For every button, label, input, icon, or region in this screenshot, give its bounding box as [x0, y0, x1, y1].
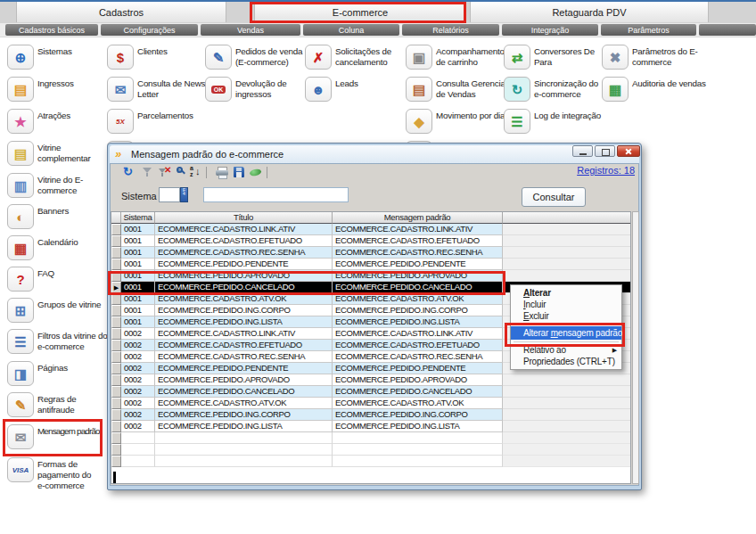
- table-row[interactable]: 0002ECOMMERCE.PEDIDO.CANCELADOECOMMERCE.…: [111, 386, 630, 398]
- table-row[interactable]: 0001ECOMMERCE.PEDIDO.PENDENTEECOMMERCE.P…: [111, 259, 630, 270]
- row-selector[interactable]: [111, 374, 121, 386]
- dialog-title-bar[interactable]: » Mensagem padrão do e-commerce: [110, 145, 639, 163]
- table-cell: [155, 444, 333, 456]
- menu-button-integra-o[interactable]: Integração: [502, 24, 598, 36]
- minimize-button[interactable]: [572, 145, 593, 157]
- launcher-regras-de-antifraude[interactable]: ✎Regras de antifraude: [7, 392, 119, 423]
- table-cell: [121, 432, 155, 444]
- sistema-filter-input[interactable]: [203, 187, 349, 202]
- context-menu-item-excluir[interactable]: Excluir: [511, 310, 621, 322]
- close-button[interactable]: [617, 145, 640, 157]
- menu-button-cadastros-b-sicos[interactable]: Cadastros básicos: [5, 24, 98, 36]
- row-selector[interactable]: [111, 235, 121, 247]
- row-selector[interactable]: [111, 316, 121, 328]
- launcher-calendario[interactable]: ▦Calendário: [7, 235, 119, 266]
- launcher-formas-de-pagamento[interactable]: VISAFormas de pagamento do e-commerce: [7, 457, 119, 488]
- launcher-atracoes[interactable]: ★Atrações: [7, 109, 119, 139]
- search-icon[interactable]: p: [175, 166, 189, 179]
- launcher-auditoria-de-vendas[interactable]: ▦Auditoria de vendas: [602, 77, 714, 107]
- launcher-filtros-da-vitrine[interactable]: ☰Filtros da vitrine do e-commerce: [7, 329, 119, 359]
- launcher-devolucao-de-ingressos[interactable]: OKDevolução de ingressos: [205, 77, 317, 107]
- launcher-parametros-ecommerce[interactable]: ✖Parâmetros do E-commerce: [602, 45, 714, 75]
- menu-button-par-metros[interactable]: Parâmetros: [601, 24, 696, 36]
- acompanhamento-carrinho-icon: ▣: [406, 45, 432, 70]
- maximize-button[interactable]: [595, 145, 615, 157]
- sistema-lookup-button[interactable]: F4: [180, 187, 188, 202]
- launcher-grupos-de-vitrine[interactable]: ⊞Grupos de vitrine: [7, 298, 119, 328]
- launcher-label: Consulta Gerencial de Vendas: [436, 78, 514, 100]
- row-selector[interactable]: [111, 444, 121, 456]
- menu-button-relat-rios[interactable]: Relatórios: [402, 24, 499, 36]
- launcher-faq[interactable]: ?FAQ: [7, 267, 119, 297]
- table-row[interactable]: 0002ECOMMERCE.PEDIDO.ING.LISTAECOMMERCE.…: [111, 421, 630, 432]
- row-selector[interactable]: [111, 259, 121, 270]
- row-selector[interactable]: [111, 351, 121, 363]
- launcher-banners[interactable]: ◐Banners: [7, 204, 119, 234]
- row-selector[interactable]: [111, 398, 121, 409]
- tab-cadastros[interactable]: Cadastros: [16, 2, 226, 22]
- launcher-vitrine-do-ecommerce[interactable]: ▥Vitrine do E-commerce: [7, 173, 119, 203]
- launcher-consulta-gerencial[interactable]: ▤Consulta Gerencial de Vendas: [406, 77, 518, 107]
- window-buttons: [572, 144, 640, 157]
- table-row[interactable]: 0001ECOMMERCE.CADASTRO.LINK.ATIVECOMMERC…: [111, 224, 630, 235]
- table-row[interactable]: 0001ECOMMERCE.CADASTRO.REC.SENHAECOMMERC…: [111, 247, 630, 259]
- context-menu-item-alterar[interactable]: Alterar: [511, 287, 621, 299]
- row-selector[interactable]: [111, 305, 121, 316]
- table-header-selector: [111, 212, 121, 224]
- clear-filter-icon[interactable]: ✕: [158, 166, 172, 179]
- launcher-consulta-news-letter[interactable]: ✉Consulta de News Letter: [107, 77, 219, 107]
- refresh-icon[interactable]: ↻: [123, 166, 137, 179]
- launcher-log-de-integracao[interactable]: ☰Log de integração: [504, 109, 616, 139]
- table-cell: 0001: [121, 316, 155, 328]
- row-selector[interactable]: [111, 409, 121, 421]
- context-menu-item-incluir[interactable]: Incluir: [511, 299, 621, 310]
- save-icon[interactable]: [232, 166, 246, 179]
- launcher-ingressos[interactable]: ▤Ingressos: [7, 77, 119, 107]
- table-row[interactable]: 0002ECOMMERCE.PEDIDO.APROVADOECOMMERCE.P…: [111, 374, 630, 386]
- consultar-button[interactable]: Consultar: [522, 187, 586, 207]
- table-cell-empty: [503, 270, 630, 282]
- launcher-conversores-de-para[interactable]: ⇄Conversores De Para: [504, 45, 616, 75]
- registros-link[interactable]: Registros: 18: [577, 165, 635, 176]
- filter-icon[interactable]: [141, 166, 155, 179]
- menu-button-vendas[interactable]: Vendas: [201, 24, 300, 36]
- row-selector[interactable]: [111, 340, 121, 351]
- menu-button-coluna[interactable]: Coluna: [303, 24, 399, 36]
- table-row[interactable]: 0002ECOMMERCE.PEDIDO.ING.CORPOECOMMERCE.…: [111, 409, 630, 421]
- menu-button-configura-es[interactable]: Configurações: [101, 24, 198, 36]
- menu-button-filler[interactable]: [699, 24, 756, 36]
- launcher-movimento-por-dia[interactable]: ◆Movimento por dia: [406, 109, 518, 139]
- export-icon[interactable]: [249, 166, 263, 179]
- row-selector[interactable]: [111, 363, 121, 374]
- sistema-input[interactable]: [159, 187, 180, 202]
- table-row[interactable]: 0002ECOMMERCE.CADASTRO.ATV.OKECOMMERCE.C…: [111, 398, 630, 409]
- launcher-pedidos-de-venda[interactable]: ✎Pedidos de venda (E-commerce): [205, 45, 317, 75]
- row-selector[interactable]: [111, 224, 121, 235]
- context-menu-item-propriedades-ctrl-t[interactable]: Propriedades (CTRL+T): [511, 356, 621, 367]
- launcher-sistemas[interactable]: ⊕Sistemas: [7, 45, 119, 75]
- print-icon[interactable]: [215, 166, 229, 179]
- launcher-parcelamentos[interactable]: 5XParcelamentos: [107, 109, 219, 139]
- table-row[interactable]: 0001ECOMMERCE.CADASTRO.EFETUADOECOMMERCE…: [111, 235, 630, 247]
- table-cell: ECOMMERCE.PEDIDO.APROVADO: [155, 374, 333, 386]
- launcher-paginas[interactable]: ◨Páginas: [7, 361, 119, 391]
- sort-icon[interactable]: az↓: [190, 166, 204, 179]
- table-cell: ECOMMERCE.CADASTRO.EFETUADO: [155, 340, 333, 351]
- launcher-clientes[interactable]: $Clientes: [107, 45, 219, 75]
- table-cell: ECOMMERCE.PEDIDO.ING.CORPO: [333, 305, 503, 316]
- row-selector[interactable]: [111, 421, 121, 432]
- row-selector[interactable]: [111, 247, 121, 259]
- row-selector[interactable]: [111, 432, 121, 444]
- launcher-leads[interactable]: ☻Leads: [305, 77, 417, 107]
- table-header-cell: [503, 212, 630, 224]
- row-selector[interactable]: [111, 456, 121, 467]
- clear-filter-x-icon: ✕: [164, 165, 171, 175]
- launcher-vitrine-complementar[interactable]: ▤Vitrine complementar: [7, 141, 119, 171]
- row-selector[interactable]: [111, 328, 121, 340]
- row-selector[interactable]: [111, 386, 121, 398]
- tab-retaguarda-pdv[interactable]: Retaguarda PDV: [470, 2, 709, 22]
- launcher-sincronizacao[interactable]: ↻Sincronização do e-commerce: [504, 77, 616, 107]
- launcher-acompanhamento-carrinho[interactable]: ▣Acompanhamento de carrinho: [406, 45, 518, 75]
- launcher-solicitacoes-cancelamento[interactable]: ✗Solicitações de cancelamento: [305, 45, 417, 75]
- table-scrollbar[interactable]: [632, 211, 639, 484]
